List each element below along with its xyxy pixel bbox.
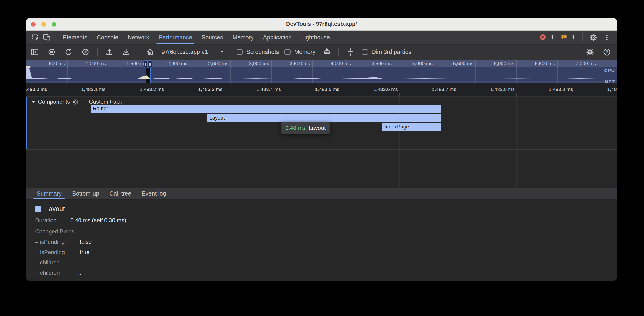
- react-atom-icon: [73, 99, 79, 105]
- divider: [230, 48, 231, 56]
- home-icon[interactable]: [144, 47, 156, 57]
- collapse-icon[interactable]: [345, 47, 356, 57]
- track-divider: [26, 149, 617, 150]
- record-icon[interactable]: [46, 47, 57, 57]
- issues-badge-icon[interactable]: [558, 32, 570, 43]
- error-count: 1: [551, 34, 554, 41]
- event-tooltip: 0.40 msLayout: [281, 122, 330, 134]
- checkbox-icon: [285, 49, 290, 55]
- summary-row--ispending: + isPendingtrue: [35, 249, 608, 256]
- selection-right-grip[interactable]: [148, 60, 152, 68]
- tab-performance[interactable]: Performance: [154, 31, 197, 44]
- screenshots-label: Screenshots: [246, 49, 279, 55]
- inspect-icon[interactable]: [30, 32, 41, 43]
- selection-left-edge: [146, 66, 146, 83]
- divider: [582, 33, 582, 41]
- divider: [55, 33, 56, 41]
- svg-text:?: ?: [606, 49, 608, 54]
- selection-right-edge: [150, 66, 150, 83]
- chevron-down-icon: [220, 51, 224, 53]
- devtools-tabbar: ElementsConsoleNetworkPerformanceSources…: [26, 31, 617, 44]
- track-title: Components: [38, 98, 70, 105]
- main-tabs: ElementsConsoleNetworkPerformanceSources…: [58, 31, 334, 44]
- toolbar-right: ?: [577, 47, 612, 57]
- net-lane-label: NET: [604, 78, 615, 83]
- tab-network[interactable]: Network: [123, 31, 154, 44]
- details-tabstrip: SummaryBottom-upCall treeEvent log: [26, 188, 617, 200]
- timeline-ruler: 1,483.0 ms 1,483.1 ms 1,483.2 ms 1,483.3…: [26, 83, 617, 96]
- tab-sources[interactable]: Sources: [197, 31, 228, 44]
- flame-chart[interactable]: Components — Custom track RouterLayoutIn…: [26, 96, 617, 188]
- flame-event-layout[interactable]: Layout: [207, 114, 440, 122]
- tab-elements[interactable]: Elements: [58, 31, 92, 44]
- summary-row-changed-props: Changed Props: [35, 228, 608, 235]
- dim-3rd-parties-label: Dim 3rd parties: [372, 49, 412, 55]
- divider: [338, 48, 339, 56]
- target-label: 97r6ql.csb.app #1: [162, 49, 208, 55]
- selected-track-accent: [26, 97, 27, 149]
- summary-row--children: – children…: [35, 259, 608, 266]
- tabbar-right: 1 1: [537, 32, 612, 43]
- checkbox-icon: [237, 49, 243, 55]
- screenshots-toggle[interactable]: Screenshots: [237, 49, 279, 55]
- clear-icon[interactable]: [80, 47, 91, 57]
- details-tab-event-log[interactable]: Event log: [136, 188, 171, 199]
- garbage-collect-icon[interactable]: [321, 47, 332, 57]
- tab-lighthouse[interactable]: Lighthouse: [296, 31, 334, 44]
- issue-count: 1: [572, 34, 575, 41]
- titlebar: DevTools - 97r6ql.csb.app/: [26, 18, 617, 31]
- devtools-window: DevTools - 97r6ql.csb.app/ ElementsConso…: [26, 18, 617, 281]
- device-toolbar-icon[interactable]: [41, 32, 52, 43]
- cpu-lane-label: CPU: [604, 67, 615, 73]
- target-selector[interactable]: 97r6ql.csb.app #1: [162, 49, 224, 55]
- summary-pane: Layout Duration0.40 ms (self 0.30 ms) Ch…: [26, 200, 617, 281]
- download-profile-icon[interactable]: [121, 47, 132, 57]
- cpu-activity-chart: [26, 67, 617, 81]
- memory-toggle[interactable]: Memory: [285, 49, 316, 55]
- tooltip-duration: 0.40 ms: [286, 125, 305, 131]
- help-icon[interactable]: ?: [601, 47, 612, 57]
- summary-row--ispending: – isPendingfalse: [35, 238, 608, 246]
- tooltip-name: Layout: [308, 125, 326, 131]
- disclosure-triangle-icon: [32, 101, 35, 103]
- dim-3rd-parties-toggle[interactable]: Dim 3rd parties: [362, 49, 412, 55]
- flame-event-indexpage[interactable]: IndexPage: [382, 123, 440, 131]
- divider: [578, 48, 578, 56]
- kebab-menu-icon[interactable]: [601, 32, 612, 43]
- details-tab-call-tree[interactable]: Call tree: [104, 188, 136, 199]
- details-tab-bottom-up[interactable]: Bottom-up: [67, 188, 104, 199]
- grid-line-1-483-0-ms: [48, 97, 49, 188]
- track-subtitle: — Custom track: [82, 98, 122, 105]
- summary-title: Layout: [45, 205, 65, 212]
- reload-record-icon[interactable]: [63, 47, 74, 57]
- screen: DevTools - 97r6ql.csb.app/ ElementsConso…: [0, 0, 644, 316]
- summary-row--children: + children…: [35, 269, 608, 277]
- summary-row-duration: Duration0.40 ms (self 0.30 ms): [35, 217, 608, 224]
- grid-line-1-483-7-ms: [458, 97, 458, 188]
- tab-application[interactable]: Application: [258, 31, 296, 44]
- error-badge-icon[interactable]: [537, 32, 548, 43]
- window-title: DevTools - 97r6ql.csb.app/: [26, 18, 617, 31]
- grid-line-1-483-8-ms: [516, 97, 516, 188]
- upload-profile-icon[interactable]: [104, 47, 115, 57]
- track-header[interactable]: Components — Custom track: [32, 98, 122, 105]
- divider: [138, 48, 138, 56]
- settings-gear-icon[interactable]: [588, 32, 599, 43]
- divider: [97, 48, 98, 56]
- grid-line-1-483-9-ms: [574, 97, 575, 188]
- details-tab-summary[interactable]: Summary: [32, 188, 67, 199]
- flame-event-router[interactable]: Router: [90, 105, 440, 113]
- tab-console[interactable]: Console: [92, 31, 123, 44]
- toggle-sidebar-icon[interactable]: [29, 47, 40, 57]
- event-color-swatch: [35, 206, 41, 212]
- timeline-overview[interactable]: 500 ms 1,000 ms 1,500 ms 2,000 ms 2,500 …: [26, 60, 617, 83]
- overview-label-strip: [26, 60, 617, 67]
- performance-toolbar: 97r6ql.csb.app #1 Screenshots Memory D: [26, 44, 617, 60]
- tab-memory[interactable]: Memory: [228, 31, 258, 44]
- selection-left-grip[interactable]: [144, 60, 148, 68]
- checkbox-icon: [362, 49, 368, 55]
- memory-label: Memory: [294, 49, 316, 55]
- capture-settings-gear-icon[interactable]: [584, 47, 596, 57]
